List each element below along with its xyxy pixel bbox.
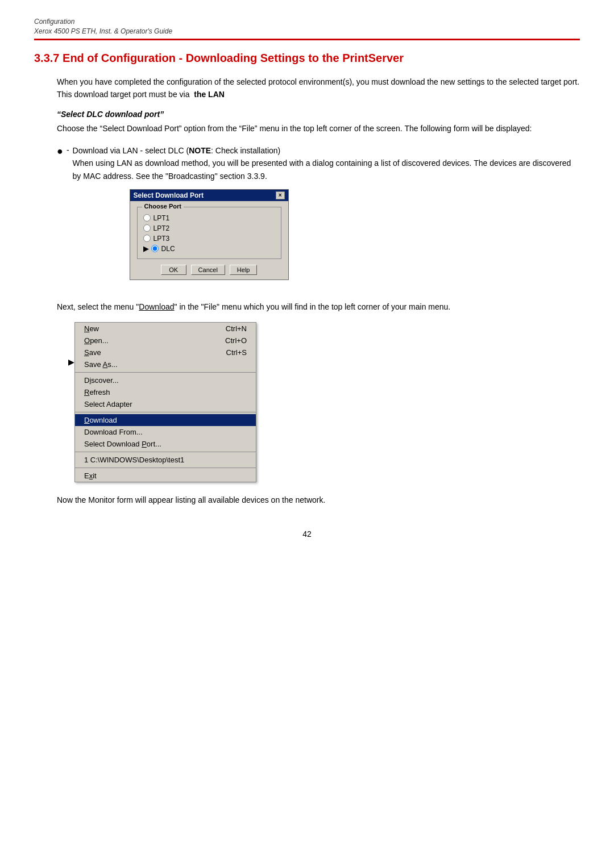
dialog-title: Select Download Port [134, 191, 204, 199]
header-rule [34, 39, 580, 40]
dialog-group-legend: Choose Port [142, 203, 184, 210]
dialog-container: Select Download Port × Choose Port LPT1 [130, 189, 580, 280]
dlc-arrow: ▶ [143, 245, 148, 253]
menu-item-recent-file-label: 1 C:\WINDOWS\Desktop\test1 [84, 456, 184, 464]
radio-lpt3-label: LPT3 [154, 235, 170, 243]
bullet-dot: ● [57, 145, 63, 157]
dialog-cancel-button[interactable]: Cancel [191, 265, 225, 275]
menu-item-discover[interactable]: Discover... [75, 374, 256, 386]
menu-item-saveas[interactable]: Save As... [75, 358, 256, 370]
radio-dlc-input[interactable] [151, 245, 159, 252]
dialog-group: Choose Port LPT1 LPT2 LPT3 [137, 207, 281, 259]
radio-lpt1-label: LPT1 [154, 214, 170, 222]
bullet-main-text: Download via LAN - select DLC (NOTE: Che… [73, 144, 580, 182]
header-line1: Configuration [34, 17, 580, 27]
menu-item-exit-label: Exit [84, 471, 97, 480]
radio-lpt3-input[interactable] [143, 235, 151, 242]
radio-lpt1[interactable]: LPT1 [143, 214, 275, 222]
download-link: Download [139, 302, 174, 311]
subsection-title: “Select DLC download port” [57, 110, 580, 119]
menu-item-select-adapter[interactable]: Select Adapter [75, 398, 256, 410]
final-paragraph: Now the Monitor form will appear listing… [57, 494, 580, 506]
bullet-content: Download via LAN - select DLC (NOTE: Che… [73, 144, 580, 289]
menu-separator-3 [75, 452, 256, 452]
menu-separator-4 [75, 468, 256, 468]
menu-separator-1 [75, 372, 256, 373]
radio-lpt1-input[interactable] [143, 214, 151, 222]
menu-item-new-shortcut: Ctrl+N [226, 324, 247, 333]
subsection-body: Choose the “Select Download Port” option… [57, 122, 580, 135]
dialog-help-button[interactable]: Help [230, 265, 258, 275]
radio-dlc-label: DLC [161, 245, 175, 253]
menu-item-select-download-port[interactable]: Select Download Port... [75, 438, 256, 450]
menu-item-save[interactable]: Save Ctrl+S [75, 347, 256, 358]
dialog-box: Select Download Port × Choose Port LPT1 [130, 189, 289, 280]
bold-lan: the LAN [194, 90, 225, 99]
menu-box: New Ctrl+N Open... Ctrl+O Save Ctrl+S Sa… [74, 322, 256, 482]
header-line2: Xerox 4500 PS ETH, Inst. & Operator's Gu… [34, 27, 580, 36]
page-number: 42 [34, 529, 580, 539]
next-paragraph: Next, select the menu "Download" in the … [57, 301, 580, 313]
menu-arrow-indicator: ▶ [68, 357, 74, 366]
menu-item-download[interactable]: Download [75, 414, 256, 426]
menu-item-discover-label: Discover... [84, 376, 119, 385]
dialog-close-button[interactable]: × [276, 191, 285, 199]
bullet-dash: - [67, 145, 69, 155]
menu-item-open-label: Open... [84, 336, 109, 345]
intro-paragraph: When you have completed the configuratio… [57, 76, 580, 101]
menu-item-save-shortcut: Ctrl+S [226, 348, 247, 357]
menu-item-new-label: New [84, 324, 99, 333]
menu-item-recent-file[interactable]: 1 C:\WINDOWS\Desktop\test1 [75, 454, 256, 466]
radio-lpt2-label: LPT2 [154, 224, 170, 232]
menu-item-download-from[interactable]: Download From... [75, 426, 256, 438]
menu-item-select-download-port-label: Select Download Port... [84, 440, 161, 448]
menu-item-refresh-label: Refresh [84, 388, 110, 397]
note-bold: NOTE [189, 146, 211, 155]
radio-dlc-row[interactable]: ▶ DLC [143, 245, 275, 253]
dialog-titlebar: Select Download Port × [130, 190, 288, 201]
menu-item-new[interactable]: New Ctrl+N [75, 323, 256, 335]
menu-container: ▶ New Ctrl+N Open... Ctrl+O Save Ctrl+S … [68, 322, 580, 482]
menu-item-select-adapter-label: Select Adapter [84, 400, 132, 408]
menu-item-saveas-label: Save As... [84, 360, 118, 369]
radio-lpt2[interactable]: LPT2 [143, 224, 275, 232]
page: Configuration Xerox 4500 PS ETH, Inst. &… [0, 0, 614, 868]
dialog-buttons: OK Cancel Help [137, 265, 281, 275]
menu-item-download-from-label: Download From... [84, 428, 143, 436]
menu-item-open-shortcut: Ctrl+O [225, 336, 247, 345]
dialog-ok-button[interactable]: OK [161, 265, 186, 275]
header-meta: Configuration Xerox 4500 PS ETH, Inst. &… [34, 17, 580, 36]
dialog-body: Choose Port LPT1 LPT2 LPT3 [130, 201, 288, 279]
section-title: 3.3.7 End of Configuration - Downloading… [34, 51, 580, 65]
menu-item-download-label: Download [84, 416, 117, 424]
menu-item-save-label: Save [84, 348, 101, 357]
bullet-section: ● - Download via LAN - select DLC (NOTE:… [57, 144, 580, 289]
menu-separator-2 [75, 412, 256, 412]
radio-lpt2-input[interactable] [143, 224, 151, 232]
menu-item-refresh[interactable]: Refresh [75, 386, 256, 398]
menu-item-exit[interactable]: Exit [75, 470, 256, 482]
menu-item-open[interactable]: Open... Ctrl+O [75, 335, 256, 347]
radio-lpt3[interactable]: LPT3 [143, 235, 275, 243]
